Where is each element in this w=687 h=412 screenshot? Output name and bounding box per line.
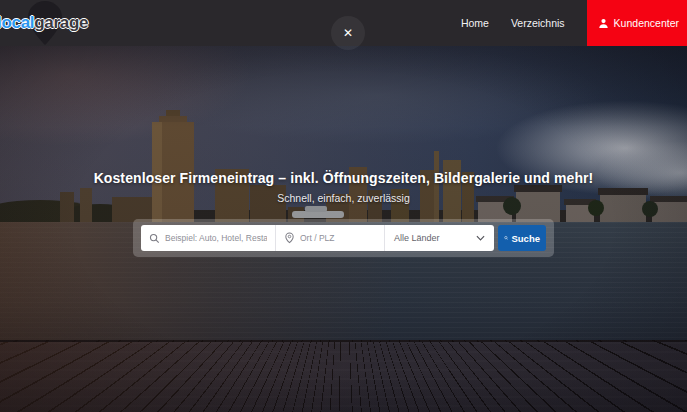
hero-title: Kostenloser Firmeneintrag – inkl. Öffnun… bbox=[0, 170, 687, 186]
logo-part-local: local bbox=[0, 13, 34, 32]
country-selected-value: Alle Länder bbox=[394, 233, 440, 243]
country-select[interactable]: Alle Länder bbox=[384, 225, 494, 251]
hero-section: Kostenloser Firmeneintrag – inkl. Öffnun… bbox=[0, 46, 687, 412]
kundencenter-label: Kundencenter bbox=[614, 17, 679, 29]
user-icon bbox=[598, 18, 609, 29]
hero-subtitle: Schnell, einfach, zuverlässig bbox=[0, 192, 687, 204]
nav-link-verzeichnis[interactable]: Verzeichnis bbox=[511, 17, 565, 29]
close-icon: ✕ bbox=[343, 26, 353, 40]
suche-button[interactable]: Suche bbox=[498, 225, 546, 251]
location-pin-icon bbox=[284, 232, 295, 244]
hero-content: Kostenloser Firmeneintrag – inkl. Öffnun… bbox=[0, 170, 687, 257]
kundencenter-button[interactable]: Kundencenter bbox=[587, 0, 687, 46]
logo-text: localgarage bbox=[0, 13, 88, 33]
suche-search-icon bbox=[504, 233, 508, 243]
suche-button-label: Suche bbox=[511, 233, 540, 244]
wooden-pier-image bbox=[0, 340, 687, 412]
nav-link-home[interactable]: Home bbox=[461, 17, 489, 29]
location-field[interactable] bbox=[275, 225, 384, 251]
logo[interactable]: localgarage bbox=[0, 0, 88, 46]
search-panel: Alle Länder Suche bbox=[133, 219, 554, 257]
location-input[interactable] bbox=[300, 233, 376, 243]
keyword-input[interactable] bbox=[165, 233, 267, 243]
search-icon bbox=[149, 233, 160, 244]
logo-part-garage: garage bbox=[34, 13, 88, 32]
search-bar: Alle Länder bbox=[141, 225, 494, 251]
close-button[interactable]: ✕ bbox=[331, 16, 365, 50]
chevron-down-icon bbox=[476, 235, 485, 241]
keyword-field[interactable] bbox=[141, 225, 275, 251]
nav-links: Home Verzeichnis Kundencenter bbox=[461, 0, 687, 46]
